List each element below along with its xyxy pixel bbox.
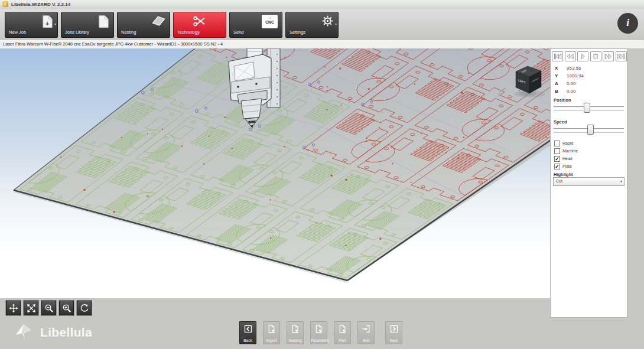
nav-label: Next [386,338,402,343]
pan-view-button[interactable] [6,301,21,315]
zoom-out-button[interactable] [41,301,56,315]
main-toolbar: + ▾ New Job Jobs Library Nesting Technol… [0,9,644,41]
position-slider-thumb[interactable] [584,103,590,113]
toolbar-button-send[interactable]: → CNC Send [229,12,282,38]
coord-label: Y [555,73,567,79]
brand-name: Libellula [40,325,92,340]
view-tools [6,301,92,315]
coord-label: B [555,89,567,94]
coord-y: Y1000.94 [555,73,584,80]
toolbar-button-new-job[interactable]: + ▾ New Job [5,12,58,38]
brand-logo: Libellula [14,322,92,343]
speed-label: Speed [554,119,567,125]
cnc-arrow-glyph: → [262,15,278,20]
chevron-down-icon: ▾ [620,179,622,184]
dropdown-caret-icon[interactable]: ▾ [54,22,56,26]
playback-skip-end-button[interactable] [616,51,627,61]
coord-value: 953.56 [567,66,581,71]
plate-checkbox[interactable]: ✓ [554,164,560,169]
toolbar-button-technology[interactable]: Technology [173,12,226,38]
playback-play-button[interactable] [577,51,588,61]
app-icon: Z [2,1,8,7]
scene-svg: TOP LEFT FRONT [0,48,550,298]
app-window: Z Libellula.WIZARD V. 2.2.14 + ▾ New Job… [0,0,644,349]
dropdown-caret-icon[interactable]: ▾ [335,22,337,26]
coord-value: 1000.94 [567,73,584,79]
highlight-label: Highlight [554,172,573,177]
job-status-bar: Laser Fibra Warcom W-FibeR 2040 cnc EsaG… [0,40,644,49]
toolbar-button-label: Send [233,30,244,35]
toolbar-button-label: Jobs Library [65,30,89,35]
coord-b: B0.00 [555,89,576,96]
playback-rewind-button[interactable] [565,51,576,61]
viewport-3d[interactable]: TOP LEFT FRONT [0,48,550,298]
sheet-icon [152,15,165,30]
toolbar-button-nesting[interactable]: Nesting [117,12,170,38]
speed-slider[interactable] [554,125,624,135]
toolbar-button-jobs-library[interactable]: Jobs Library [61,12,114,38]
nav-label: Import [264,338,279,343]
job-description: Laser Fibra Warcom W-FibeR 2040 cnc EsaG… [3,40,223,48]
simulation-panel: X953.56 Y1000.94 A0.00 B0.00 Position Sp… [550,48,627,318]
zoom-in-button[interactable] [59,301,74,315]
speed-slider-thumb[interactable] [587,125,594,135]
checkbox-label: Machine [562,149,578,153]
position-label: Position [554,97,571,103]
scissors-icon [193,16,206,30]
nesting-document-icon [291,324,300,335]
coord-value: 0.00 [567,81,576,86]
part-document-icon [338,324,347,335]
toolbar-button-label: New Job [9,30,26,35]
coord-x: X953.56 [555,66,581,73]
toolbar-button-label: Technology [177,30,200,35]
playback-stop-button[interactable] [590,51,601,61]
info-button[interactable]: i [617,13,638,34]
nav-label: Add [358,338,374,343]
coord-a: A0.00 [555,81,576,88]
highlight-selected-value: Cut [556,178,562,185]
cnc-icon: → CNC [262,15,278,28]
wizard-next-button[interactable]: Next [385,321,402,344]
wizard-parametric-button[interactable]: Parametric [310,321,327,344]
gear-icon [321,15,334,30]
coord-value: 0.00 [567,89,576,94]
cnc-text-glyph: CNC [262,20,278,24]
wizard-nesting-button[interactable]: Nesting [287,321,304,344]
checkbox-label: Plate [562,164,572,168]
rapid-checkbox[interactable] [554,141,560,146]
back-icon [243,324,253,335]
wizard-back-button[interactable]: Back [239,321,256,344]
playback-skip-start-button[interactable] [552,51,563,61]
nav-label: Back [240,338,256,343]
import-document-icon [267,324,276,335]
nav-label: Part [334,338,350,343]
reset-view-button[interactable] [77,301,92,315]
fit-view-button[interactable] [24,301,38,315]
checkbox-label: Rapid [562,141,573,145]
next-icon [389,324,399,335]
highlight-dropdown[interactable]: Cut ▾ [553,177,625,186]
machine-checkbox[interactable] [554,148,560,154]
toolbar-button-settings[interactable]: ▾ Settings [285,12,339,38]
head-checkbox[interactable]: ✓ [554,156,560,162]
position-slider[interactable] [554,103,624,113]
wizard-import-button[interactable]: Import [263,321,280,344]
playback-fast-forward-button[interactable] [603,51,614,61]
add-icon [362,324,371,335]
document-icon [98,15,109,31]
toolbar-button-label: Nesting [121,30,136,35]
dragonfly-icon [14,322,35,343]
coord-label: A [555,81,567,86]
wizard-add-button[interactable]: Add [357,321,375,344]
nav-label: Nesting [287,338,303,343]
nav-label: Parametric [311,338,327,343]
parametric-document-icon [314,324,323,335]
window-titlebar: Z Libellula.WIZARD V. 2.2.14 [0,0,644,9]
new-document-icon: + [42,15,53,31]
svg-text:+: + [45,20,50,27]
wizard-part-button[interactable]: Part [334,321,351,344]
coord-label: X [555,66,567,71]
checkbox-label: Head [562,156,573,161]
toolbar-button-label: Settings [290,30,305,35]
window-title: Libellula.WIZARD V. 2.2.14 [11,2,70,7]
